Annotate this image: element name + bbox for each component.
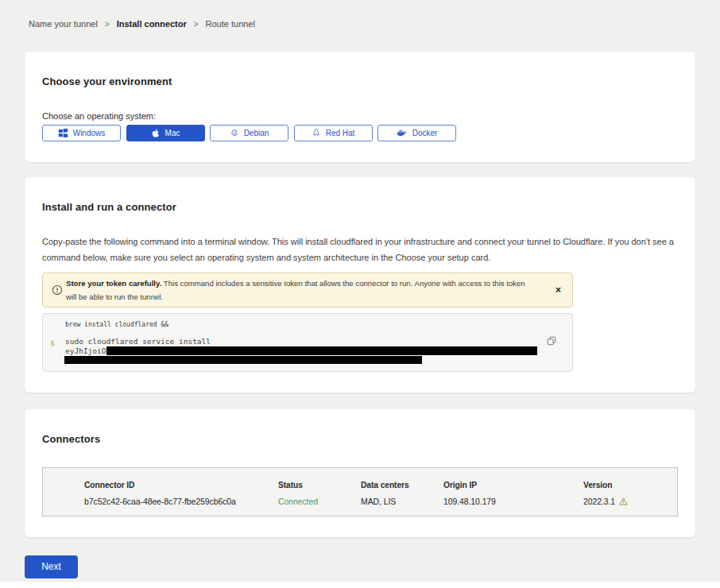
breadcrumb-step-install-connector[interactable]: Install connector bbox=[117, 19, 187, 29]
os-button-redhat[interactable]: Red Hat bbox=[294, 125, 373, 141]
warning-title: Store your token carefully. bbox=[66, 279, 161, 288]
copy-icon[interactable] bbox=[547, 336, 556, 348]
status-badge: Connected bbox=[278, 497, 361, 506]
docker-whale-icon bbox=[397, 128, 408, 137]
data-centers-value: MAD, LIS bbox=[361, 497, 443, 506]
col-status: Status bbox=[278, 481, 361, 489]
os-button-debian[interactable]: Debian bbox=[210, 125, 288, 141]
breadcrumb-step-route-tunnel[interactable]: Route tunnel bbox=[206, 19, 255, 29]
install-title: Install and run a connector bbox=[42, 201, 678, 213]
breadcrumb-step-name-your-tunnel[interactable]: Name your tunnel bbox=[29, 19, 98, 29]
bottom-strip bbox=[0, 582, 720, 588]
install-connector-card: Install and run a connector Copy-paste t… bbox=[25, 177, 695, 393]
breadcrumb-separator: > bbox=[194, 20, 199, 29]
os-button-label: Docker bbox=[412, 129, 438, 137]
environment-title: Choose your environment bbox=[42, 75, 678, 87]
os-select-label: Choose an operating system: bbox=[42, 111, 678, 122]
connectors-table: Connector ID Status Data centers Origin … bbox=[42, 467, 678, 516]
col-origin-ip: Origin IP bbox=[443, 481, 583, 489]
table-row: b7c52c42-6caa-48ee-8c77-fbe259cb6c0a Con… bbox=[84, 497, 677, 506]
command-code-block: $ brew install cloudflared && sudo cloud… bbox=[42, 313, 573, 372]
os-button-windows[interactable]: Windows bbox=[42, 125, 121, 141]
page: Name your tunnel > Install connector > R… bbox=[0, 0, 720, 578]
os-button-group: Windows Mac Debian Red Hat bbox=[42, 125, 678, 141]
version-value: 2022.3.1 bbox=[583, 497, 615, 506]
os-button-label: Windows bbox=[73, 129, 106, 137]
shell-prompt: $ bbox=[50, 338, 55, 347]
command-line-3: eyJhIjoiO bbox=[65, 346, 572, 356]
breadcrumb: Name your tunnel > Install connector > R… bbox=[25, 0, 695, 29]
redacted-token-bar-2 bbox=[64, 356, 422, 364]
choose-environment-card: Choose your environment Choose an operat… bbox=[25, 52, 695, 162]
debian-swirl-icon bbox=[230, 128, 239, 137]
next-button[interactable]: Next bbox=[25, 555, 78, 578]
version-cell: 2022.3.1 bbox=[583, 497, 677, 506]
windows-logo-icon bbox=[58, 128, 68, 138]
linux-penguin-icon bbox=[312, 128, 321, 138]
col-data-centers: Data centers bbox=[361, 481, 443, 489]
breadcrumb-separator: > bbox=[105, 20, 110, 29]
close-icon[interactable]: × bbox=[555, 284, 561, 296]
connector-id-value: b7c52c42-6caa-48ee-8c77-fbe259cb6c0a bbox=[84, 497, 278, 506]
connectors-card: Connectors Connector ID Status Data cent… bbox=[25, 409, 695, 537]
origin-ip-value: 109.48.10.179 bbox=[443, 497, 583, 506]
table-header-row: Connector ID Status Data centers Origin … bbox=[84, 481, 677, 489]
install-description: Copy-paste the following command into a … bbox=[42, 234, 678, 265]
warning-icon bbox=[619, 497, 628, 505]
os-button-label: Debian bbox=[244, 129, 269, 137]
command-line-2: sudo cloudflared service install bbox=[65, 337, 572, 346]
info-icon bbox=[52, 284, 63, 296]
redacted-token-bar-1 bbox=[106, 346, 537, 355]
token-prefix: eyJhIjoiO bbox=[65, 346, 106, 356]
token-warning-banner: Store your token carefully. This command… bbox=[42, 273, 573, 308]
os-button-mac[interactable]: Mac bbox=[126, 125, 205, 141]
col-connector-id: Connector ID bbox=[84, 481, 278, 489]
os-button-label: Mac bbox=[165, 129, 180, 137]
apple-logo-icon bbox=[151, 128, 161, 138]
os-button-label: Red Hat bbox=[326, 129, 355, 137]
connectors-title: Connectors bbox=[42, 433, 678, 445]
command-line-1: brew install cloudflared && bbox=[65, 321, 572, 329]
warning-text: Store your token carefully. This command… bbox=[66, 277, 529, 304]
os-button-docker[interactable]: Docker bbox=[377, 125, 456, 141]
col-version: Version bbox=[583, 481, 677, 489]
